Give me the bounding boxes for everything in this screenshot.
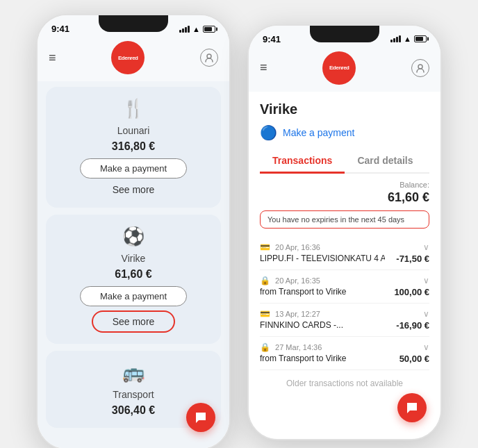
transaction-row-2[interactable]: 💳 13 Apr, 12:27 ∨ FINNKINO CARDS -... -1… <box>260 304 429 337</box>
tab-transactions[interactable]: Transactions <box>260 149 345 174</box>
chevron-1: ∨ <box>423 276 429 285</box>
wifi-icon-2: ▲ <box>404 35 411 43</box>
tabs-row: Transactions Card details <box>260 149 429 174</box>
transaction-row-1[interactable]: 🔒 20 Apr, 16:35 ∨ from Transport to Viri… <box>260 270 429 304</box>
tx-amount-2: -16,90 € <box>396 320 429 331</box>
tx-date-0: 20 Apr, 16:36 <box>275 243 320 251</box>
phone1-content: 🍴 Lounari 316,80 € Make a payment See mo… <box>38 81 229 448</box>
card-name-lounari: Lounari <box>117 125 150 136</box>
see-more-lounari[interactable]: See more <box>107 183 160 197</box>
transactions-list: 💳 20 Apr, 16:36 ∨ LIPPU.FI - TELEVISIONK… <box>260 237 429 370</box>
edenred-logo-2: Edenred <box>322 51 356 85</box>
status-icons-1: ▲ <box>179 25 215 33</box>
transaction-row-3[interactable]: 🔒 27 Mar, 14:36 ∨ from Transport to Viri… <box>260 337 429 370</box>
older-transactions-text: Older transactions not available <box>260 379 429 388</box>
chat-fab-2[interactable] <box>397 393 427 422</box>
pay-button-virike[interactable]: Make a payment <box>80 286 187 306</box>
chevron-2: ∨ <box>423 309 429 319</box>
tx-amount-1: 100,00 € <box>394 287 429 297</box>
battery-icon-2 <box>414 35 427 42</box>
transfer-icon-3: 🔒 <box>260 342 270 352</box>
ball-icon: ⚽ <box>122 226 145 247</box>
tab-card-details[interactable]: Card details <box>345 149 425 174</box>
profile-icon-2[interactable] <box>411 59 429 77</box>
bus-icon: 🚌 <box>122 362 145 383</box>
tx-amount-3: 50,00 € <box>399 354 429 364</box>
card-balance-lounari: 316,80 € <box>112 140 155 153</box>
see-more-virike[interactable]: See more <box>92 310 176 333</box>
card-balance-virike: 61,60 € <box>115 268 151 281</box>
phone-notch <box>99 15 168 32</box>
card-name-virike: Virike <box>122 253 146 264</box>
payment-ball-icon: 🔵 <box>260 124 277 141</box>
card-balance-transport: 306,40 € <box>112 404 155 417</box>
profile-icon[interactable] <box>200 49 218 67</box>
no-expiry-banner: You have no expiries in the next 45 days <box>260 210 429 229</box>
status-icons-2: ▲ <box>390 35 427 43</box>
edenred-logo: Edenred <box>111 41 145 74</box>
phone-2: 9:41 ▲ ≡ Edenred <box>247 24 442 440</box>
menu-icon[interactable]: ≡ <box>49 51 56 65</box>
svg-point-1 <box>418 65 422 69</box>
balance-label: Balance: <box>260 181 429 189</box>
make-payment-row[interactable]: 🔵 Make a payment <box>260 124 429 141</box>
wifi-icon: ▲ <box>192 25 200 33</box>
card-name-transport: Transport <box>113 389 154 400</box>
signal-icon-2 <box>390 35 401 42</box>
phone2-content: Virike 🔵 Make a payment Transactions Car… <box>249 92 440 439</box>
pay-button-lounari[interactable]: Make a payment <box>80 158 187 179</box>
status-time-1: 9:41 <box>51 24 69 34</box>
transaction-row-0[interactable]: 💳 20 Apr, 16:36 ∨ LIPPU.FI - TELEVISIONK… <box>260 237 429 270</box>
top-nav-2: ≡ Edenred <box>249 47 440 92</box>
tx-amount-0: -71,50 € <box>396 254 429 264</box>
tx-merchant-3: from Transport to Virike <box>260 354 347 363</box>
tx-merchant-0: LIPPU.FI - TELEVISIONKATU 4 A,... <box>260 254 385 263</box>
transfer-icon-1: 🔒 <box>260 276 270 285</box>
battery-icon <box>203 26 215 33</box>
phone-1: 9:41 ▲ ≡ Edenred <box>36 14 231 448</box>
card-icon-2: 💳 <box>260 309 270 319</box>
fork-icon: 🍴 <box>122 98 145 119</box>
tx-date-3: 27 Mar, 14:36 <box>275 343 322 351</box>
balance-amount: 61,60 € <box>260 190 429 205</box>
tx-date-1: 20 Apr, 16:35 <box>275 276 320 285</box>
page-title: Virike <box>260 97 429 124</box>
chevron-3: ∨ <box>423 342 429 352</box>
tx-merchant-2: FINNKINO CARDS -... <box>260 320 343 330</box>
phone-notch-2 <box>310 26 379 42</box>
menu-icon-2[interactable]: ≡ <box>260 60 267 75</box>
tx-merchant-1: from Transport to Virike <box>260 287 347 297</box>
chat-fab-1[interactable] <box>186 403 215 432</box>
svg-point-0 <box>207 54 211 58</box>
status-time-2: 9:41 <box>263 34 281 44</box>
chevron-0: ∨ <box>423 242 429 252</box>
top-nav-1: ≡ Edenred <box>38 37 229 81</box>
card-lounari: 🍴 Lounari 316,80 € Make a payment See mo… <box>46 87 221 208</box>
phones-container: 9:41 ▲ ≡ Edenred <box>36 14 442 448</box>
signal-icon <box>179 26 190 33</box>
make-payment-link[interactable]: Make a payment <box>283 127 355 138</box>
card-icon-0: 💳 <box>260 242 270 252</box>
card-virike: ⚽ Virike 61,60 € Make a payment See more <box>46 215 221 344</box>
tx-date-2: 13 Apr, 12:27 <box>275 310 320 318</box>
